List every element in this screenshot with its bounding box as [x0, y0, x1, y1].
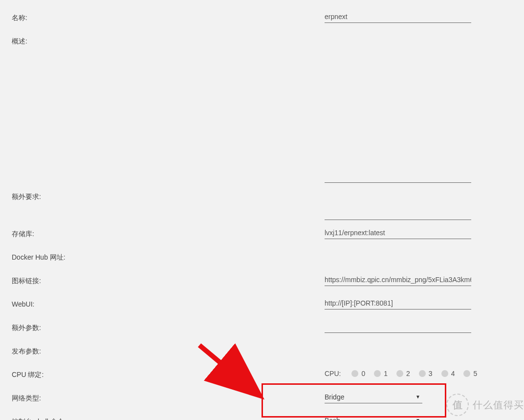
- label-extra-req: 额外要求:: [12, 190, 325, 201]
- row-repository: 存储库:: [12, 227, 512, 243]
- cpu-opt-0[interactable]: 0: [351, 370, 365, 377]
- row-description: 概述:: [12, 34, 512, 183]
- select-shell-value: Bash: [325, 415, 422, 420]
- label-cpubind: CPU 绑定:: [12, 368, 325, 379]
- cpu-head: CPU:: [325, 370, 341, 377]
- row-cpubind: CPU 绑定: CPU: 0 1 2 3 4 5: [12, 368, 512, 384]
- row-extraparam: 额外参数:: [12, 321, 512, 337]
- row-name: 名称:: [12, 11, 512, 27]
- radio-icon: [419, 370, 426, 377]
- cpu-opt-3[interactable]: 3: [419, 370, 433, 377]
- label-dockerhub: Docker Hub 网址:: [12, 250, 325, 262]
- label-webui: WebUI:: [12, 297, 325, 308]
- label-publishparam: 发布参数:: [12, 344, 325, 356]
- cpu-options: CPU: 0 1 2 3 4 5: [325, 368, 512, 377]
- select-shell[interactable]: Bash ▼: [325, 415, 422, 420]
- cpu-opt-2[interactable]: 2: [396, 370, 410, 377]
- radio-icon: [396, 370, 403, 377]
- row-nettype: 网络类型: Bridge ▼: [12, 391, 512, 408]
- input-name[interactable]: [325, 11, 471, 23]
- label-shell: 控制台 shell 命令:: [12, 415, 325, 420]
- input-repository[interactable]: [325, 227, 471, 239]
- row-iconlink: 图标链接:: [12, 274, 512, 290]
- select-nettype-value: Bridge: [325, 391, 422, 403]
- input-extraparam[interactable]: [325, 321, 471, 333]
- cpu-opt-4[interactable]: 4: [441, 370, 455, 377]
- radio-icon: [441, 370, 448, 377]
- radio-icon: [463, 370, 470, 377]
- label-description: 概述:: [12, 34, 325, 46]
- label-extraparam: 额外参数:: [12, 321, 325, 332]
- row-webui: WebUI:: [12, 297, 512, 314]
- label-nettype: 网络类型:: [12, 391, 325, 403]
- radio-icon: [374, 370, 381, 377]
- label-name: 名称:: [12, 11, 325, 22]
- input-webui[interactable]: [325, 297, 471, 309]
- select-nettype[interactable]: Bridge ▼: [325, 391, 422, 403]
- config-form: 名称: 概述: 额外要求: 存储库: Docker Hub 网址: 图标链接: …: [0, 0, 524, 420]
- row-shell: 控制台 shell 命令: Bash ▼: [12, 415, 512, 420]
- row-dockerhub: Docker Hub 网址:: [12, 250, 512, 267]
- radio-icon: [351, 370, 358, 377]
- cpu-opt-5[interactable]: 5: [463, 370, 477, 377]
- label-repository: 存储库:: [12, 227, 325, 239]
- row-publishparam: 发布参数:: [12, 344, 512, 361]
- cpu-opt-1[interactable]: 1: [374, 370, 388, 377]
- textarea-description[interactable]: [325, 37, 471, 183]
- textarea-extra-req[interactable]: [325, 192, 471, 220]
- row-extra-req: 额外要求:: [12, 190, 512, 220]
- input-iconlink[interactable]: [325, 274, 471, 286]
- label-iconlink: 图标链接:: [12, 274, 325, 286]
